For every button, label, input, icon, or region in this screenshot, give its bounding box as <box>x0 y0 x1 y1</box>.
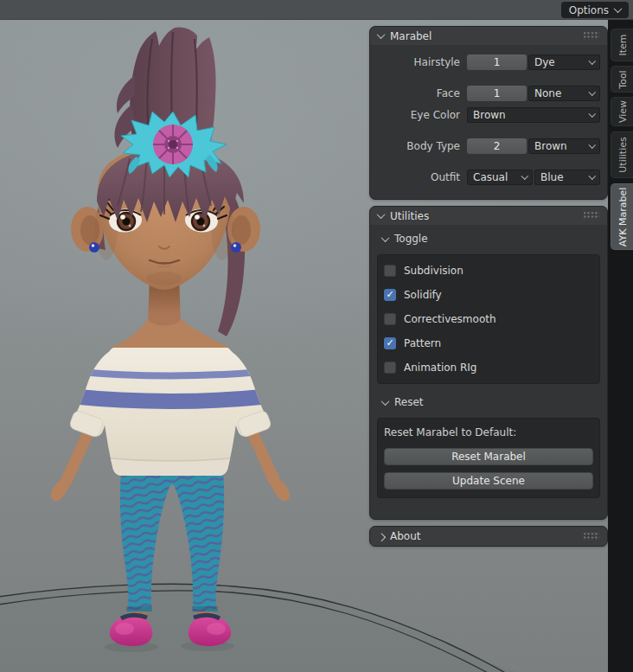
tab-utilities[interactable]: Utilities <box>611 131 633 178</box>
n-panel-sidebar: Marabel Hairstyle 1 Dye Face 1 <box>369 26 608 553</box>
panel-marabel-body: Hairstyle 1 Dye Face 1 None <box>370 45 607 199</box>
chevron-down-icon <box>377 30 386 39</box>
toggle-subpanel-title: Toggle <box>394 233 428 245</box>
options-button[interactable]: Options <box>561 2 629 18</box>
viewport-header-bar <box>0 0 633 20</box>
eye-color-row: Eye Color Brown <box>377 107 600 123</box>
chevron-down-icon <box>614 4 623 13</box>
body-type-number-field[interactable]: 2 <box>467 138 527 154</box>
chevron-down-icon <box>588 173 595 180</box>
chevron-down-icon <box>588 111 595 118</box>
tab-view[interactable]: View <box>611 97 633 126</box>
toggle-subpanel-header[interactable]: Toggle <box>382 231 607 246</box>
chevron-down-icon <box>381 234 390 242</box>
grip-icon[interactable] <box>584 533 599 541</box>
panel-utilities: Utilities Toggle Subdivision Solidify Co… <box>369 206 608 520</box>
reset-marabel-button[interactable]: Reset Marabel <box>384 448 593 465</box>
body-type-row: Body Type 2 Brown <box>377 138 600 154</box>
panel-about-title: About <box>390 530 420 542</box>
chevron-down-icon <box>377 210 386 219</box>
outfit-color-dropdown-value: Blue <box>540 171 564 183</box>
reset-subpanel-header[interactable]: Reset <box>382 394 607 410</box>
grip-icon[interactable] <box>584 212 599 220</box>
tab-item-label: Item <box>617 34 628 55</box>
chevron-down-icon <box>521 173 528 180</box>
panel-about-header[interactable]: About <box>370 527 607 546</box>
outfit-row: Outfit Casual Blue <box>377 170 600 185</box>
face-dropdown[interactable]: None <box>528 86 600 101</box>
body-type-dropdown[interactable]: Brown <box>528 138 600 154</box>
panel-about: About <box>369 526 608 547</box>
solidify-checkbox[interactable] <box>384 289 396 301</box>
outfit-label: Outfit <box>377 170 467 185</box>
correctivesmooth-checkbox-label: Correctivesmooth <box>404 313 496 325</box>
chevron-down-icon <box>381 397 390 406</box>
panel-utilities-title: Utilities <box>390 210 429 222</box>
tab-view-label: View <box>617 100 628 123</box>
body-type-dropdown-value: Brown <box>534 140 567 152</box>
panel-marabel-title: Marabel <box>390 30 432 42</box>
tab-ayk-marabel-label: AYK Marabel <box>617 187 628 246</box>
body-type-label: Body Type <box>377 138 467 154</box>
hairstyle-number-field[interactable]: 1 <box>467 54 527 70</box>
reset-group: Reset Marabel to Default: Reset Marabel … <box>377 418 600 498</box>
hairstyle-dropdown-value: Dye <box>534 56 555 68</box>
correctivesmooth-checkbox[interactable] <box>384 313 396 325</box>
options-button-label: Options <box>569 4 609 16</box>
chevron-right-icon <box>377 533 386 541</box>
earring-right <box>231 242 241 253</box>
checkbox-row-subdivision[interactable]: Subdivision <box>384 265 593 277</box>
character-sweater <box>69 348 272 476</box>
sidebar-tab-column: Item Tool View Utilities AYK Marabel <box>608 0 633 672</box>
chevron-down-icon <box>588 58 595 65</box>
hairstyle-label: Hairstyle <box>377 54 467 70</box>
subdivision-checkbox-label: Subdivision <box>404 265 464 277</box>
tab-tool[interactable]: Tool <box>611 66 633 93</box>
checkbox-row-correctivesmooth[interactable]: Correctivesmooth <box>384 313 593 325</box>
checkbox-row-animation-rig[interactable]: Animation RIg <box>384 362 593 374</box>
chevron-down-icon <box>588 142 595 149</box>
face-label: Face <box>377 86 467 101</box>
panel-marabel: Marabel Hairstyle 1 Dye Face 1 <box>369 26 608 200</box>
pattern-checkbox[interactable] <box>384 337 396 349</box>
solidify-checkbox-label: Solidify <box>404 289 442 301</box>
animation-rig-checkbox[interactable] <box>384 362 396 374</box>
face-dropdown-value: None <box>534 87 561 99</box>
reset-subpanel-title: Reset <box>394 396 424 408</box>
subdivision-checkbox[interactable] <box>384 265 396 277</box>
checkbox-row-pattern[interactable]: Pattern <box>384 337 593 349</box>
toggle-checkbox-group: Subdivision Solidify Correctivesmooth Pa… <box>377 254 600 384</box>
hairstyle-row: Hairstyle 1 Dye <box>377 54 600 70</box>
face-number-field[interactable]: 1 <box>467 86 527 101</box>
animation-rig-checkbox-label: Animation RIg <box>404 362 477 374</box>
reset-heading: Reset Marabel to Default: <box>384 426 593 438</box>
eye-color-dropdown-value: Brown <box>473 109 506 121</box>
tab-utilities-label: Utilities <box>617 137 628 172</box>
outfit-style-dropdown[interactable]: Casual <box>467 170 533 185</box>
eye-color-label: Eye Color <box>377 107 467 123</box>
face-row: Face 1 None <box>377 86 600 101</box>
checkbox-row-solidify[interactable]: Solidify <box>384 289 593 301</box>
tab-item[interactable]: Item <box>611 29 633 61</box>
outfit-style-dropdown-value: Casual <box>473 171 508 183</box>
update-scene-button[interactable]: Update Scene <box>384 472 593 490</box>
hairstyle-dropdown[interactable]: Dye <box>528 54 600 70</box>
pattern-checkbox-label: Pattern <box>404 337 441 349</box>
chevron-down-icon <box>588 89 595 96</box>
panel-marabel-header[interactable]: Marabel <box>370 27 607 45</box>
tab-ayk-marabel[interactable]: AYK Marabel <box>611 183 633 250</box>
floor-circle <box>0 584 597 672</box>
eye-color-dropdown[interactable]: Brown <box>467 107 600 123</box>
outfit-color-dropdown[interactable]: Blue <box>534 170 600 185</box>
grip-icon[interactable] <box>584 32 599 40</box>
panel-utilities-header[interactable]: Utilities <box>370 207 607 225</box>
tab-tool-label: Tool <box>617 70 628 88</box>
